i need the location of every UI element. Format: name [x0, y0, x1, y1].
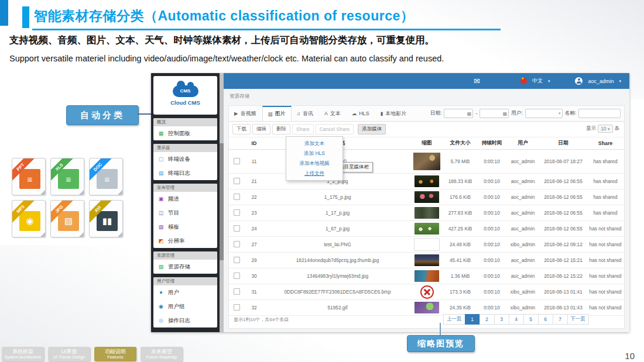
thumbnail-image[interactable] [415, 254, 439, 266]
cell-date: 2018-08-13 01:43 [540, 305, 587, 311]
cell-filename: 51952.gif [264, 305, 411, 311]
cell-filesize: 173.3 KiB [443, 289, 478, 295]
cell-filesize: 188.33 KiB [443, 178, 478, 184]
pagination-page-1[interactable]: 1 [465, 314, 480, 325]
row-checkbox[interactable] [234, 158, 240, 164]
sidebar-item-terminal-device[interactable]: ▢终端设备 [153, 152, 217, 166]
share-button[interactable]: Share [292, 124, 314, 135]
cell-filesize: 1.36 MiB [443, 273, 478, 279]
table-row[interactable]: 241_67_p.jpg427.25 KiB0:00:10aoc_admin20… [229, 221, 624, 237]
sidebar-item-resolution[interactable]: ◩分辨率 [153, 234, 217, 248]
sidebar-item-terminal-log[interactable]: ▤终端日志 [153, 166, 217, 180]
date-to-input[interactable]: ▦ [479, 109, 509, 118]
page-fold-corner [40, 189, 46, 195]
dropdown-item[interactable]: 上传文件 [286, 168, 342, 178]
sidebar-item-channel[interactable]: ▣频道 [153, 192, 217, 206]
thumbnail-image[interactable] [414, 238, 440, 251]
sidebar-item-user[interactable]: ●用户 [153, 285, 217, 299]
tab-音视频[interactable]: ▶音视频 [229, 106, 262, 121]
cell-filesize: 176.6 KiB [443, 194, 478, 200]
sidebar-item-control-panel[interactable]: ▦控制面板 [153, 126, 217, 140]
row-checkbox[interactable] [234, 194, 240, 200]
user-filter-select[interactable]: ▾ [525, 109, 563, 118]
thumbnail-image[interactable] [413, 153, 440, 170]
scrollbar-thumb[interactable] [220, 143, 224, 260]
pagination-page-2[interactable]: 2 [479, 314, 495, 325]
sidebar-scrollbar[interactable] [220, 73, 224, 332]
thumbnail-image[interactable] [415, 191, 439, 203]
thumbnail-image[interactable] [415, 207, 439, 219]
bottom-tab-ui-theme-design[interactable]: UI界面UI Theme Design [48, 347, 90, 361]
bottom-tab-features[interactable]: 功能说明Features [94, 347, 136, 361]
name-filter-input[interactable] [578, 109, 621, 118]
删除-button[interactable]: 删除 [272, 124, 290, 135]
row-checkbox-cell [229, 158, 244, 166]
row-checkbox[interactable] [234, 241, 240, 247]
row-checkbox[interactable] [234, 304, 240, 311]
pagination-next-button[interactable]: 下一页 [567, 314, 590, 325]
row-checkbox[interactable] [234, 273, 240, 279]
row-checkbox[interactable] [234, 288, 240, 295]
pagination-summary: 显示1到10个，共64个条目 [229, 316, 444, 323]
add-media-button[interactable]: 添加媒体 [358, 124, 386, 135]
name-filter-label: 名称: [565, 110, 576, 117]
log-table-icon: ▤ [158, 170, 164, 176]
chevron-down-icon[interactable]: ▾ [619, 79, 621, 84]
row-checkbox[interactable] [234, 209, 240, 216]
cell-thumbnail [411, 175, 443, 187]
sidebar-item-label: 操作日志 [168, 317, 190, 325]
tab-文本[interactable]: A文本 [319, 106, 347, 121]
cms-logo[interactable]: CMS Cloud CMS [153, 76, 217, 115]
bottom-tab-system-architecture[interactable]: 系统框架System Architecture [2, 347, 44, 361]
dropdown-item[interactable]: 添加文本 [286, 139, 342, 149]
toolbar: 下载编辑删除ShareCancel Share添加媒体 显示 10 ▾ 条 [229, 122, 624, 137]
sidebar-item-template[interactable]: ▨模板 [153, 220, 217, 234]
pagination-page-3[interactable]: 3 [494, 314, 509, 325]
dropdown-item[interactable]: 添加 HLS [286, 149, 342, 158]
pagination-page-4[interactable]: 4 [509, 314, 524, 325]
table-row[interactable]: 29182144onxdqub7d5przq.jpg.thumb.jpg45.4… [229, 253, 624, 268]
language-selector[interactable]: 中文 [532, 77, 543, 85]
dropdown-item[interactable]: 添加本地视频 [286, 158, 342, 168]
table-row[interactable]: 231_17_p.jpg277.83 KiB0:00:10aoc_admin20… [229, 205, 624, 221]
cancel-share-button[interactable]: Cancel Share [316, 124, 354, 135]
row-checkbox[interactable] [234, 178, 240, 184]
user-menu[interactable]: aoc_admin [588, 78, 614, 84]
sidebar-item-user-group[interactable]: ◉用户组 [153, 299, 217, 313]
table-row[interactable]: 221_175_p.jpg176.6 KiB0:00:10aoc_admin20… [229, 189, 624, 205]
table-row[interactable]: 3013464983ryl1lymwj63md.jpg1.36 MiB0:00:… [229, 268, 624, 284]
pagination-page-7[interactable]: 7 [553, 314, 568, 325]
thumbnail-image[interactable] [415, 175, 439, 187]
sidebar-item-program[interactable]: ◫节目 [153, 206, 217, 220]
date-from-input[interactable]: ▦ [444, 109, 473, 118]
thumbnail-image[interactable] [415, 223, 439, 235]
tab-本地影片[interactable]: ▮本地影片 [375, 106, 413, 121]
pagination-page-6[interactable]: 6 [538, 314, 553, 325]
envelope-icon[interactable]: ✉ [474, 77, 480, 85]
sidebar-item-resource-storage[interactable]: ▧资源存储 [153, 260, 217, 274]
table-row[interactable]: 310DDC8F892EE77FF23081DEC5A8FD5CE6.bmp17… [229, 284, 624, 300]
tab-HLS[interactable]: ☁HLS [347, 106, 375, 121]
编辑-button[interactable]: 编辑 [252, 124, 270, 135]
cell-date: 2018-08-13 01:41 [540, 289, 587, 295]
row-checkbox[interactable] [234, 257, 240, 263]
row-checkbox[interactable] [234, 225, 240, 232]
cell-filename: 1_175_p.jpg [264, 194, 411, 200]
pagination-prev-button[interactable]: 上一页 [443, 314, 465, 325]
table-row[interactable]: 27test_lai.PNG24.48 KiB0:00:10xibo_admin… [229, 237, 624, 253]
tab-音讯[interactable]: ♫音讯 [292, 106, 319, 121]
show-entries-select[interactable]: 10 ▾ [598, 125, 612, 133]
下载-button[interactable]: 下载 [232, 124, 251, 135]
sidebar-item-operation-log[interactable]: ◎操作日志 [153, 313, 217, 327]
pagination-page-5[interactable]: 5 [523, 314, 539, 325]
tab-图片[interactable]: ▨图片 [262, 106, 292, 121]
cell-duration: 0:00:10 [478, 273, 506, 279]
chevron-down-icon: ▾ [559, 111, 561, 116]
page-fold-corner [40, 232, 46, 237]
bottom-tab-future-roadmap[interactable]: 未来展望Future Roadmap [141, 347, 183, 361]
image-icon: ▨ [268, 111, 273, 117]
cms-sidebar: CMS Cloud CMS 概况▦控制面板显示器▢终端设备▤终端日志发布管理▣频… [151, 73, 220, 332]
logo-abbr: CMS [180, 88, 191, 94]
chevron-down-icon[interactable]: ▾ [548, 79, 550, 84]
thumbnail-image[interactable] [415, 270, 439, 282]
